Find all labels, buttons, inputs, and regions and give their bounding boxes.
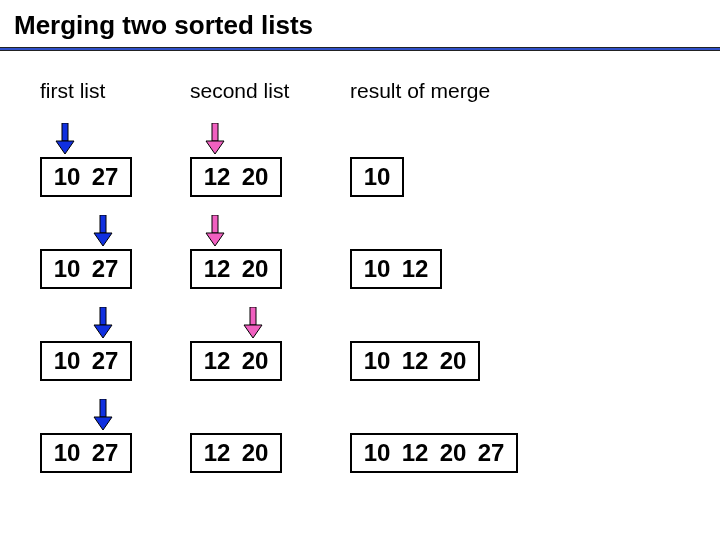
diagram-content: first list second list result of merge 1… bbox=[0, 79, 720, 473]
list-value: 10 bbox=[48, 347, 86, 375]
second-list-cell: 1220 bbox=[190, 121, 350, 197]
arrow-slot bbox=[40, 397, 190, 433]
result-cell: 10 bbox=[350, 121, 610, 197]
slide-title: Merging two sorted lists bbox=[0, 0, 720, 47]
list-value: 10 bbox=[358, 439, 396, 467]
svg-marker-3 bbox=[206, 141, 224, 154]
list-value: 12 bbox=[198, 255, 236, 283]
svg-marker-5 bbox=[94, 233, 112, 246]
result-cell: 101220 bbox=[350, 305, 610, 381]
list-value: 10 bbox=[48, 439, 86, 467]
list-value: 10 bbox=[48, 255, 86, 283]
pointer-arrow-blue-icon bbox=[93, 307, 113, 339]
svg-rect-2 bbox=[212, 123, 218, 141]
list-value: 20 bbox=[434, 439, 472, 467]
second-list-cell: 1220 bbox=[190, 397, 350, 473]
list-value: 12 bbox=[198, 163, 236, 191]
svg-marker-1 bbox=[56, 141, 74, 154]
svg-rect-0 bbox=[62, 123, 68, 141]
svg-rect-10 bbox=[250, 307, 256, 325]
list-value: 20 bbox=[236, 439, 274, 467]
first-list-box: 1027 bbox=[40, 157, 132, 197]
pointer-arrow-pink-icon bbox=[243, 307, 263, 339]
first-list-cell: 1027 bbox=[40, 213, 190, 289]
svg-marker-13 bbox=[94, 417, 112, 430]
first-list-cell: 1027 bbox=[40, 305, 190, 381]
result-box: 101220 bbox=[350, 341, 480, 381]
list-value: 12 bbox=[198, 347, 236, 375]
list-value: 12 bbox=[396, 347, 434, 375]
list-value: 10 bbox=[358, 255, 396, 283]
list-value: 27 bbox=[86, 439, 124, 467]
list-value: 20 bbox=[434, 347, 472, 375]
second-list-box: 1220 bbox=[190, 157, 282, 197]
first-list-box: 1027 bbox=[40, 249, 132, 289]
result-box: 10 bbox=[350, 157, 404, 197]
arrow-slot bbox=[40, 213, 190, 249]
first-list-box: 1027 bbox=[40, 433, 132, 473]
result-box: 10122027 bbox=[350, 433, 518, 473]
result-cell: 1012 bbox=[350, 213, 610, 289]
first-list-cell: 1027 bbox=[40, 121, 190, 197]
svg-rect-6 bbox=[212, 215, 218, 233]
arrow-slot bbox=[190, 213, 350, 249]
header-result: result of merge bbox=[350, 79, 610, 103]
rows-container: 1027 122010 1027 12201012 1027 122010122… bbox=[40, 111, 680, 473]
list-value: 27 bbox=[86, 163, 124, 191]
list-value: 10 bbox=[358, 163, 396, 191]
arrow-slot bbox=[350, 121, 610, 157]
merge-step-row: 1027 12201012 bbox=[40, 203, 680, 289]
arrow-slot bbox=[350, 213, 610, 249]
arrow-slot bbox=[350, 305, 610, 341]
pointer-arrow-pink-icon bbox=[205, 215, 225, 247]
second-list-box: 1220 bbox=[190, 341, 282, 381]
list-value: 27 bbox=[86, 347, 124, 375]
second-list-cell: 1220 bbox=[190, 213, 350, 289]
list-value: 10 bbox=[358, 347, 396, 375]
arrow-slot bbox=[190, 397, 350, 433]
second-list-cell: 1220 bbox=[190, 305, 350, 381]
result-cell: 10122027 bbox=[350, 397, 610, 473]
pointer-arrow-blue-icon bbox=[93, 399, 113, 431]
result-box: 1012 bbox=[350, 249, 442, 289]
first-list-cell: 1027 bbox=[40, 397, 190, 473]
list-value: 20 bbox=[236, 163, 274, 191]
list-value: 12 bbox=[396, 255, 434, 283]
arrow-slot bbox=[40, 121, 190, 157]
second-list-box: 1220 bbox=[190, 249, 282, 289]
second-list-box: 1220 bbox=[190, 433, 282, 473]
list-value: 27 bbox=[472, 439, 510, 467]
header-first-list: first list bbox=[40, 79, 190, 103]
svg-rect-4 bbox=[100, 215, 106, 233]
list-value: 20 bbox=[236, 255, 274, 283]
svg-rect-8 bbox=[100, 307, 106, 325]
header-second-list: second list bbox=[190, 79, 350, 103]
pointer-arrow-blue-icon bbox=[55, 123, 75, 155]
arrow-slot bbox=[190, 305, 350, 341]
svg-marker-9 bbox=[94, 325, 112, 338]
list-value: 12 bbox=[396, 439, 434, 467]
pointer-arrow-pink-icon bbox=[205, 123, 225, 155]
merge-step-row: 1027 1220101220 bbox=[40, 295, 680, 381]
arrow-slot bbox=[190, 121, 350, 157]
svg-rect-12 bbox=[100, 399, 106, 417]
merge-step-row: 1027 122010 bbox=[40, 111, 680, 197]
list-value: 12 bbox=[198, 439, 236, 467]
arrow-slot bbox=[350, 397, 610, 433]
list-value: 10 bbox=[48, 163, 86, 191]
pointer-arrow-blue-icon bbox=[93, 215, 113, 247]
merge-step-row: 1027122010122027 bbox=[40, 387, 680, 473]
first-list-box: 1027 bbox=[40, 341, 132, 381]
list-value: 20 bbox=[236, 347, 274, 375]
svg-marker-11 bbox=[244, 325, 262, 338]
arrow-slot bbox=[40, 305, 190, 341]
svg-marker-7 bbox=[206, 233, 224, 246]
title-underline bbox=[0, 47, 720, 51]
column-headers: first list second list result of merge bbox=[40, 79, 680, 103]
list-value: 27 bbox=[86, 255, 124, 283]
